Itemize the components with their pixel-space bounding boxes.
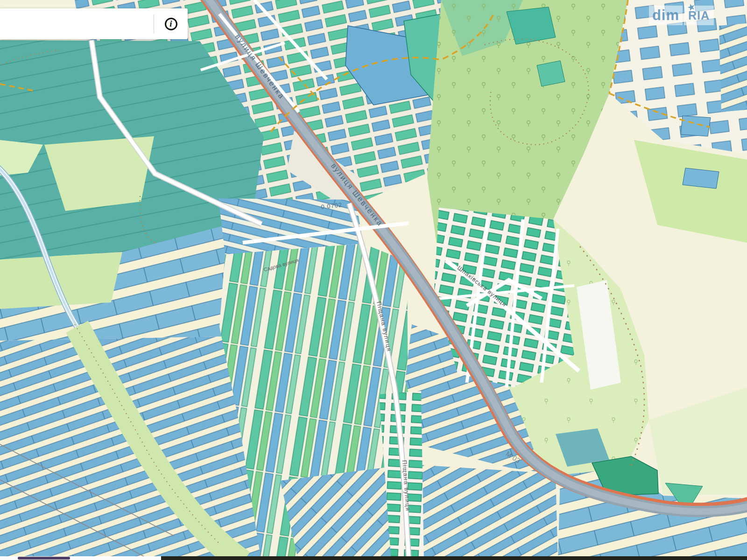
bottom-bar-dark: [161, 556, 747, 560]
watermark-dim: dim: [649, 6, 683, 25]
watermark: dim ★ RIA: [649, 6, 714, 25]
village-grid: [434, 208, 579, 387]
bottom-bar-blob: [18, 557, 70, 560]
watermark-ria: ★ RIA: [684, 6, 714, 25]
info-icon: i: [165, 18, 177, 30]
info-button[interactable]: i: [154, 8, 188, 39]
map-canvas[interactable]: вулиця Шевченка вулиця Шевченка Піщана в…: [0, 0, 747, 560]
search-input[interactable]: [0, 8, 154, 39]
search-panel: i: [0, 8, 188, 39]
bottom-bar-light: [0, 556, 161, 560]
